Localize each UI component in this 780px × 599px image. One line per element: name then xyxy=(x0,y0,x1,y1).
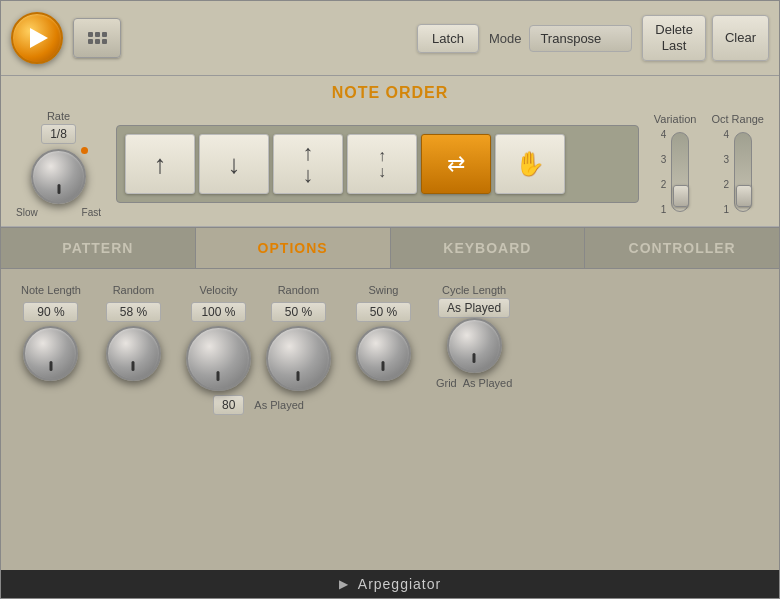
tabs-section: PATTERN OPTIONS KEYBOARD CONTROLLER xyxy=(1,227,779,269)
random1-label: Random xyxy=(113,284,155,296)
note-length-knob[interactable] xyxy=(23,326,78,381)
pattern-btn-random[interactable]: ⇄ xyxy=(421,134,491,194)
note-length-label: Note Length xyxy=(21,284,81,296)
slow-label: Slow xyxy=(16,207,38,218)
cycle-bottom: Grid As Played xyxy=(436,377,512,389)
oct-range-slider[interactable] xyxy=(734,132,752,212)
record-icon xyxy=(88,32,107,44)
random1-value: 58 % xyxy=(106,302,161,322)
tab-pattern[interactable]: PATTERN xyxy=(1,228,196,268)
pattern-btn-updown[interactable]: ↑↓ xyxy=(273,134,343,194)
random2-label: Random xyxy=(278,284,320,296)
record-button[interactable] xyxy=(73,18,121,58)
velocity-num: 80 xyxy=(213,395,244,415)
mode-label: Mode xyxy=(489,31,522,46)
note-order-content: Rate 1/8 Slow Fast ↑ ↓ ↑↓ ↑ xyxy=(16,110,764,218)
top-right-buttons: DeleteLast Clear xyxy=(642,15,769,60)
tab-options[interactable]: OPTIONS xyxy=(196,228,391,268)
pattern-btn-up[interactable]: ↑ xyxy=(125,134,195,194)
orange-indicator xyxy=(81,147,88,154)
velocity-row: Velocity 100 % Random 50 % xyxy=(186,284,331,391)
main-container: Latch Mode Transpose DeleteLast Clear NO… xyxy=(0,0,780,599)
note-order-section: NOTE ORDER Rate 1/8 Slow Fast ↑ ↓ xyxy=(1,76,779,227)
rate-knob-section: Rate 1/8 Slow Fast xyxy=(16,110,101,218)
velocity-section: Velocity 100 % Random 50 % 80 As Played xyxy=(186,284,331,415)
swing-label: Swing xyxy=(368,284,398,296)
slow-fast-labels: Slow Fast xyxy=(16,207,101,218)
note-order-title: NOTE ORDER xyxy=(16,84,764,102)
variation-label: Variation xyxy=(654,113,697,125)
variation-section: Variation 4 3 2 1 xyxy=(654,113,764,215)
cycle-grid-label: Grid xyxy=(436,377,457,389)
pattern-btn-hand[interactable]: ✋ xyxy=(495,134,565,194)
bottom-panel: Note Length 90 % Random 58 % Velocity 10… xyxy=(1,269,779,570)
random1-knob[interactable] xyxy=(106,326,161,381)
bottom-bar-title: Arpeggiator xyxy=(358,576,441,592)
variation-thumb[interactable] xyxy=(673,185,689,207)
velocity-value: 100 % xyxy=(191,302,246,322)
random1-group: Random 58 % xyxy=(106,284,161,381)
variation-slider-group: Variation 4 3 2 1 xyxy=(654,113,697,215)
velocity-bottom: 80 As Played xyxy=(213,395,304,415)
velocity-group: Velocity 100 % xyxy=(186,284,251,391)
oct-range-slider-group: Oct Range 4 3 2 1 xyxy=(711,113,764,215)
rate-knob-container xyxy=(31,149,86,204)
cycle-length-label: Cycle Length xyxy=(442,284,506,296)
cycle-as-played-label: As Played xyxy=(463,377,513,389)
velocity-label: Velocity xyxy=(199,284,237,296)
rate-value: 1/8 xyxy=(41,124,76,144)
swing-value: 50 % xyxy=(356,302,411,322)
pattern-btn-down[interactable]: ↓ xyxy=(199,134,269,194)
latch-button[interactable]: Latch xyxy=(417,24,479,53)
random2-group: Random 50 % xyxy=(266,284,331,391)
random2-knob[interactable] xyxy=(266,326,331,391)
note-length-value: 90 % xyxy=(23,302,78,322)
cycle-length-knob[interactable] xyxy=(447,318,502,373)
bottom-bar: ▶ Arpeggiator xyxy=(1,570,779,598)
swing-group: Swing 50 % xyxy=(356,284,411,381)
mode-display[interactable]: Transpose xyxy=(529,25,632,52)
tab-controller[interactable]: CONTROLLER xyxy=(585,228,779,268)
variation-numbers: 4 3 2 1 xyxy=(661,129,667,215)
oct-range-label: Oct Range xyxy=(711,113,764,125)
swing-knob[interactable] xyxy=(356,326,411,381)
rate-knob[interactable] xyxy=(31,149,86,204)
cycle-length-section: Cycle Length As Played Grid As Played xyxy=(436,284,512,389)
delete-last-button[interactable]: DeleteLast xyxy=(642,15,706,60)
random2-value: 50 % xyxy=(271,302,326,322)
clear-button[interactable]: Clear xyxy=(712,15,769,60)
play-button[interactable] xyxy=(11,12,63,64)
rate-label: Rate xyxy=(47,110,70,122)
mode-section: Mode Transpose xyxy=(489,25,632,52)
pattern-btn-converge[interactable]: ↑ ↓ xyxy=(347,134,417,194)
velocity-as-played: As Played xyxy=(254,399,304,411)
oct-range-numbers: 4 3 2 1 xyxy=(723,129,729,215)
tab-keyboard[interactable]: KEYBOARD xyxy=(391,228,586,268)
bottom-bar-arrow: ▶ xyxy=(339,577,348,591)
velocity-knob[interactable] xyxy=(186,326,251,391)
oct-range-thumb[interactable] xyxy=(736,185,752,207)
cycle-length-value: As Played xyxy=(438,298,510,318)
top-bar: Latch Mode Transpose DeleteLast Clear xyxy=(1,1,779,76)
fast-label: Fast xyxy=(82,207,101,218)
note-length-group: Note Length 90 % xyxy=(21,284,81,381)
pattern-buttons-group: ↑ ↓ ↑↓ ↑ ↓ ⇄ ✋ xyxy=(116,125,639,203)
variation-slider[interactable] xyxy=(671,132,689,212)
